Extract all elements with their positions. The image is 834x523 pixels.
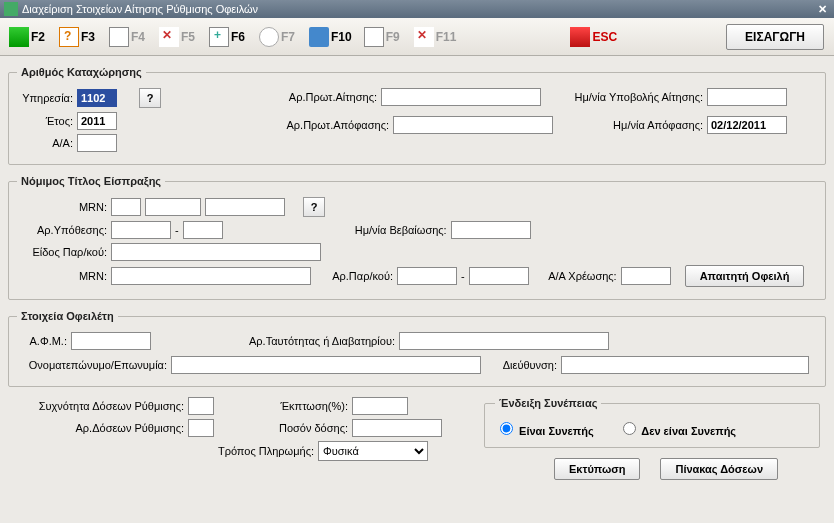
afm-label: Α.Φ.Μ.: <box>17 335 67 347</box>
poson-input[interactable] <box>352 419 442 437</box>
mrn1-input[interactable] <box>111 198 141 216</box>
arpar-label: Αρ.Παρ/κού: <box>321 270 393 282</box>
toolbar-f5: F5 <box>154 21 202 53</box>
insert-button[interactable]: ΕΙΣΑΓΩΓΗ <box>726 24 824 50</box>
exit-icon <box>570 27 590 47</box>
aa-input[interactable] <box>77 134 117 152</box>
debtor-fieldset: Στοιχεία Οφειλέτη Α.Φ.Μ.: Αρ.Ταυτότητας … <box>8 310 826 387</box>
mrn2-input[interactable] <box>145 198 201 216</box>
hm-apof-label: Ημ/νία Απόφασης: <box>565 119 703 131</box>
legal-title-fieldset: Νόμιμος Τίτλος Είσπραξης MRN: ? Αρ.Υπόθε… <box>8 175 826 300</box>
toolbar-f9: F9 <box>359 21 407 53</box>
toolbar-f11: F11 <box>409 21 462 53</box>
arpar1-input[interactable] <box>397 267 457 285</box>
ypiresia-input[interactable] <box>77 89 117 107</box>
taut-input[interactable] <box>399 332 609 350</box>
taut-label: Αρ.Ταυτότητας ή Διαβατηρίου: <box>215 335 395 347</box>
inconsistent-radio-label[interactable]: Δεν είναι Συνεπής <box>618 419 736 437</box>
arprot-apof-label: Αρ.Πρωτ.Απόφασης: <box>277 119 389 131</box>
aaxr-label: Α/Α Χρέωσης: <box>539 270 617 282</box>
consistency-legend: Ένδειξη Συνέπειας <box>495 397 601 409</box>
poson-label: Ποσόν δόσης: <box>258 422 348 434</box>
onoma-input[interactable] <box>171 356 481 374</box>
consistent-radio-label[interactable]: Είναι Συνεπής <box>495 419 594 437</box>
ardos-label: Αρ.Δόσεων Ρύθμισης: <box>14 422 184 434</box>
help-icon <box>59 27 79 47</box>
app-icon <box>4 2 18 16</box>
eidos-input[interactable] <box>111 243 321 261</box>
toolbar-f7: F7 <box>254 21 302 53</box>
arpar2-input[interactable] <box>469 267 529 285</box>
arprot-aitisis-label: Αρ.Πρωτ.Αίτησης: <box>277 91 377 103</box>
toolbar-esc-exit[interactable]: ESC <box>565 21 622 53</box>
inconsistent-radio[interactable] <box>623 422 636 435</box>
registration-legend: Αριθμός Καταχώρησης <box>17 66 146 78</box>
toolbar: F2 F3 F4 F5 F6 F7 F10 F9 F11 ESC ΕΙΣΑΓΩΓ… <box>0 18 834 56</box>
window-title: Διαχείριση Στοιχείων Αίτησης Ρύθμισης Οφ… <box>22 3 258 15</box>
mrn3-input[interactable] <box>205 198 285 216</box>
onoma-label: Ονοματεπώνυμο/Επωνυμία: <box>17 359 167 371</box>
syxn-input[interactable] <box>188 397 214 415</box>
aaxr-input[interactable] <box>621 267 671 285</box>
cancel-icon <box>414 27 434 47</box>
ardos-input[interactable] <box>188 419 214 437</box>
mrn2-label: MRN: <box>17 270 107 282</box>
ekpt-input[interactable] <box>352 397 408 415</box>
mrn-label: MRN: <box>17 201 107 213</box>
registration-fieldset: Αριθμός Καταχώρησης Υπηρεσία: ? Έτος: Α/… <box>8 66 826 165</box>
debtor-legend: Στοιχεία Οφειλέτη <box>17 310 118 322</box>
legal-title-legend: Νόμιμος Τίτλος Είσπραξης <box>17 175 165 187</box>
toolbar-f3-help[interactable]: F3 <box>54 21 102 53</box>
ar-ypoth2-input[interactable] <box>183 221 223 239</box>
tropos-select[interactable]: Φυσικά <box>318 441 428 461</box>
toolbar-f4: F4 <box>104 21 152 53</box>
doc2-icon <box>364 27 384 47</box>
etos-label: Έτος: <box>17 115 73 127</box>
toolbar-f10-print[interactable]: F10 <box>304 21 357 53</box>
consistent-radio[interactable] <box>500 422 513 435</box>
toolbar-f2-save[interactable]: F2 <box>4 21 52 53</box>
addr-input[interactable] <box>561 356 809 374</box>
registration-help-button[interactable]: ? <box>139 88 161 108</box>
arprot-apof-input[interactable] <box>393 116 553 134</box>
eidos-label: Είδος Παρ/κού: <box>17 246 107 258</box>
etos-input[interactable] <box>77 112 117 130</box>
title-bar: Διαχείριση Στοιχείων Αίτησης Ρύθμισης Οφ… <box>0 0 834 18</box>
print-button[interactable]: Εκτύπωση <box>554 458 640 480</box>
save-icon <box>9 27 29 47</box>
ypiresia-label: Υπηρεσία: <box>17 92 73 104</box>
consistency-fieldset: Ένδειξη Συνέπειας Είναι Συνεπής Δεν είνα… <box>484 397 820 448</box>
print-icon <box>309 27 329 47</box>
ar-ypoth-label: Αρ.Υπόθεσης: <box>17 224 107 236</box>
doc-icon <box>109 27 129 47</box>
new-icon <box>209 27 229 47</box>
hm-vev-label: Ημ/νία Βεβαίωσης: <box>297 224 447 236</box>
addr-label: Διεύθυνση: <box>493 359 557 371</box>
ekpt-label: Έκπτωση(%): <box>258 400 348 412</box>
mrn-long-input[interactable] <box>111 267 311 285</box>
arprot-aitisis-input[interactable] <box>381 88 541 106</box>
pinakas-doseon-button[interactable]: Πίνακας Δόσεων <box>660 458 778 480</box>
hm-apof-input[interactable] <box>707 116 787 134</box>
close-icon[interactable]: ✕ <box>814 2 830 16</box>
ar-ypoth1-input[interactable] <box>111 221 171 239</box>
hm-ypovolis-input[interactable] <box>707 88 787 106</box>
hm-ypovolis-label: Ημ/νία Υποβολής Αίτησης: <box>553 91 703 103</box>
toolbar-f6-new[interactable]: F6 <box>204 21 252 53</box>
tropos-label: Τρόπος Πληρωμής: <box>14 445 314 457</box>
apaititi-ofeili-button[interactable]: Απαιτητή Οφειλή <box>685 265 805 287</box>
zoom-icon <box>259 27 279 47</box>
hm-vev-input[interactable] <box>451 221 531 239</box>
afm-input[interactable] <box>71 332 151 350</box>
delete-icon <box>159 27 179 47</box>
syxn-label: Συχνότητα Δόσεων Ρύθμισης: <box>14 400 184 412</box>
mrn-help-button[interactable]: ? <box>303 197 325 217</box>
aa-label: Α/Α: <box>17 137 73 149</box>
